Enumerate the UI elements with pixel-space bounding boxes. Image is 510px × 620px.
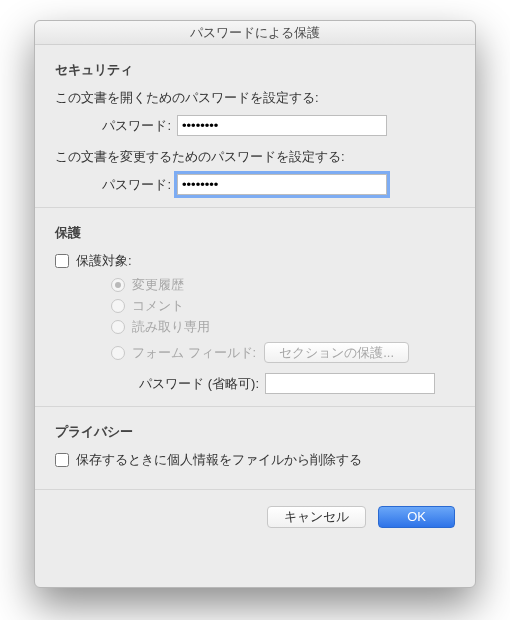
divider: [35, 207, 475, 208]
privacy-heading: プライバシー: [55, 423, 475, 441]
radio-dot-icon: [111, 299, 125, 313]
radio-dot-icon: [111, 320, 125, 334]
radio-dot-icon: [111, 278, 125, 292]
optional-password-input[interactable]: [265, 373, 435, 394]
protect-target-checkbox[interactable]: [55, 254, 69, 268]
radio-read-only-label: 読み取り専用: [132, 318, 210, 336]
radio-dot-icon: [111, 346, 125, 360]
remove-personal-info-check[interactable]: 保存するときに個人情報をファイルから削除する: [55, 451, 455, 469]
remove-personal-info-checkbox[interactable]: [55, 453, 69, 467]
radio-comments-label: コメント: [132, 297, 184, 315]
modify-password-desc: この文書を変更するためのパスワードを設定する:: [55, 148, 455, 166]
dialog-content: セキュリティ この文書を開くためのパスワードを設定する: パスワード: この文書…: [35, 45, 475, 587]
window-title: パスワードによる保護: [35, 21, 475, 45]
protection-heading: 保護: [55, 224, 475, 242]
dialog-window: パスワードによる保護 セキュリティ この文書を開くためのパスワードを設定する: …: [34, 20, 476, 588]
optional-password-label: パスワード (省略可):: [91, 375, 259, 393]
ok-button[interactable]: OK: [378, 506, 455, 528]
modify-password-input[interactable]: [177, 174, 387, 195]
radio-tracked-changes: 変更履歴: [111, 276, 455, 294]
dialog-footer: キャンセル OK: [35, 490, 475, 546]
radio-form-fields-label: フォーム フィールド:: [132, 344, 256, 362]
cancel-button[interactable]: キャンセル: [267, 506, 366, 528]
radio-form-fields: フォーム フィールド: セクションの保護...: [111, 342, 455, 363]
security-heading: セキュリティ: [55, 61, 475, 79]
modify-password-label: パスワード:: [55, 176, 171, 194]
remove-personal-info-label: 保存するときに個人情報をファイルから削除する: [76, 451, 362, 469]
radio-comments: コメント: [111, 297, 455, 315]
open-password-label: パスワード:: [55, 117, 171, 135]
open-password-input[interactable]: [177, 115, 387, 136]
protect-target-check[interactable]: 保護対象:: [55, 252, 455, 270]
open-password-desc: この文書を開くためのパスワードを設定する:: [55, 89, 455, 107]
radio-tracked-changes-label: 変更履歴: [132, 276, 184, 294]
divider: [35, 406, 475, 407]
protect-target-label: 保護対象:: [76, 252, 132, 270]
protect-sections-button: セクションの保護...: [264, 342, 409, 363]
radio-read-only: 読み取り専用: [111, 318, 455, 336]
